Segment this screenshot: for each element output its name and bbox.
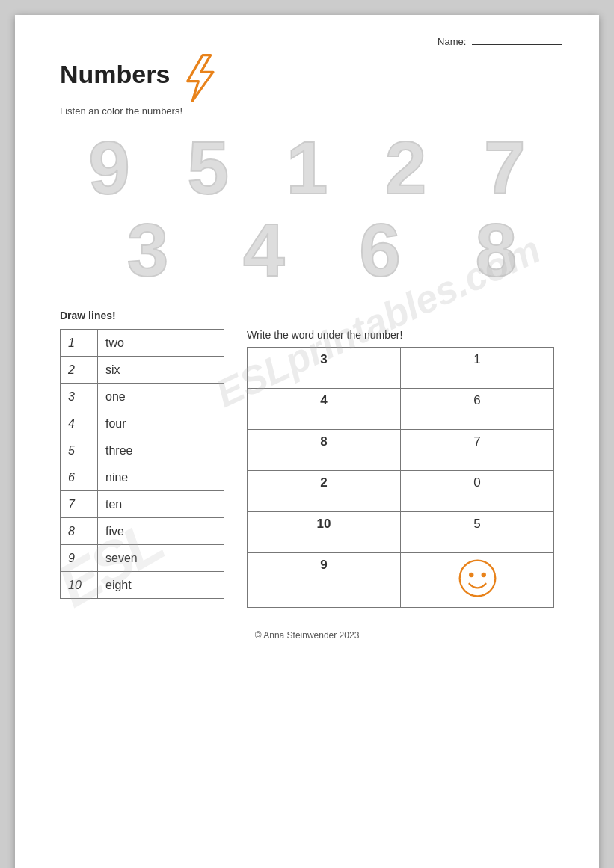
draw-num-cell: 1: [61, 330, 98, 357]
draw-word-cell: ten: [98, 491, 224, 518]
worksheet-page: Name: Numbers Listen an color the number…: [15, 15, 599, 868]
svg-point-3: [481, 573, 485, 577]
draw-word-cell: nine: [98, 464, 224, 491]
draw-table-row: 5 three: [61, 437, 224, 464]
numbers-row-2: 3 4 6 8: [60, 212, 554, 287]
write-number-cell: 8: [248, 430, 401, 471]
lightning-icon: [177, 54, 222, 102]
draw-num-cell: 8: [61, 518, 98, 545]
draw-word-cell: six: [98, 357, 224, 384]
draw-num-cell: 3: [61, 384, 98, 410]
write-number-cell: 4: [248, 389, 401, 430]
write-label: Write the word under the number!: [247, 329, 554, 341]
big-number-3: 3: [103, 212, 193, 287]
draw-word-cell: three: [98, 437, 224, 464]
page-title: Numbers: [60, 60, 170, 89]
draw-table: 1 two 2 six 3 one 4 four 5 three 6 nine …: [60, 329, 224, 599]
draw-table-row: 2 six: [61, 357, 224, 384]
draw-table-row: 6 nine: [61, 464, 224, 491]
write-answer-cell: [401, 553, 554, 608]
big-number-1: 1: [262, 130, 351, 205]
write-table-row: 46: [248, 389, 554, 430]
big-number-7: 7: [460, 130, 550, 205]
write-answer-cell: 7: [401, 430, 554, 471]
draw-num-cell: 5: [61, 437, 98, 464]
draw-lines-label: Draw lines!: [60, 310, 554, 321]
write-table-row: 87: [248, 430, 554, 471]
big-number-6: 6: [335, 212, 425, 287]
write-answer-cell: 6: [401, 389, 554, 430]
draw-table-row: 9 seven: [61, 545, 224, 572]
big-number-9: 9: [64, 130, 154, 205]
draw-word-cell: one: [98, 384, 224, 410]
numbers-row-1: 9 5 1 2 7: [60, 130, 554, 205]
name-label: Name:: [438, 36, 466, 47]
draw-word-cell: eight: [98, 572, 224, 599]
draw-lines-section: 1 two 2 six 3 one 4 four 5 three 6 nine …: [60, 329, 224, 608]
draw-table-row: 7 ten: [61, 491, 224, 518]
write-table-row: 31: [248, 348, 554, 389]
write-table-row: 9: [248, 553, 554, 608]
draw-table-row: 10 eight: [61, 572, 224, 599]
svg-point-1: [459, 561, 495, 597]
draw-table-row: 1 two: [61, 330, 224, 357]
draw-word-cell: two: [98, 330, 224, 357]
write-number-cell: 2: [248, 471, 401, 512]
big-number-5: 5: [163, 130, 253, 205]
header: Numbers: [60, 60, 554, 102]
draw-num-cell: 2: [61, 357, 98, 384]
write-number-cell: 3: [248, 348, 401, 389]
svg-marker-0: [188, 55, 213, 102]
draw-word-cell: five: [98, 518, 224, 545]
draw-num-cell: 6: [61, 464, 98, 491]
name-line: Name:: [438, 36, 562, 47]
write-word-section: Write the word under the number! 3146872…: [247, 329, 554, 608]
footer: © Anna Steinwender 2023: [60, 630, 554, 641]
big-number-8: 8: [451, 212, 541, 287]
write-table: 314687201059: [247, 347, 554, 608]
bottom-section: 1 two 2 six 3 one 4 four 5 three 6 nine …: [60, 329, 554, 608]
write-table-row: 105: [248, 512, 554, 553]
write-number-cell: 9: [248, 553, 401, 608]
write-answer-cell: 5: [401, 512, 554, 553]
draw-num-cell: 7: [61, 491, 98, 518]
write-table-row: 20: [248, 471, 554, 512]
big-number-4: 4: [219, 212, 309, 287]
smiley-face: [457, 558, 498, 599]
write-answer-cell: 0: [401, 471, 554, 512]
draw-num-cell: 10: [61, 572, 98, 599]
draw-word-cell: four: [98, 410, 224, 437]
name-underline: [472, 44, 562, 45]
draw-table-row: 8 five: [61, 518, 224, 545]
subtitle: Listen an color the numbers!: [60, 105, 554, 117]
draw-num-cell: 4: [61, 410, 98, 437]
draw-table-row: 3 one: [61, 384, 224, 410]
draw-word-cell: seven: [98, 545, 224, 572]
write-answer-cell: 1: [401, 348, 554, 389]
write-number-cell: 10: [248, 512, 401, 553]
draw-table-row: 4 four: [61, 410, 224, 437]
draw-num-cell: 9: [61, 545, 98, 572]
svg-point-2: [469, 573, 473, 577]
big-number-2: 2: [361, 130, 451, 205]
